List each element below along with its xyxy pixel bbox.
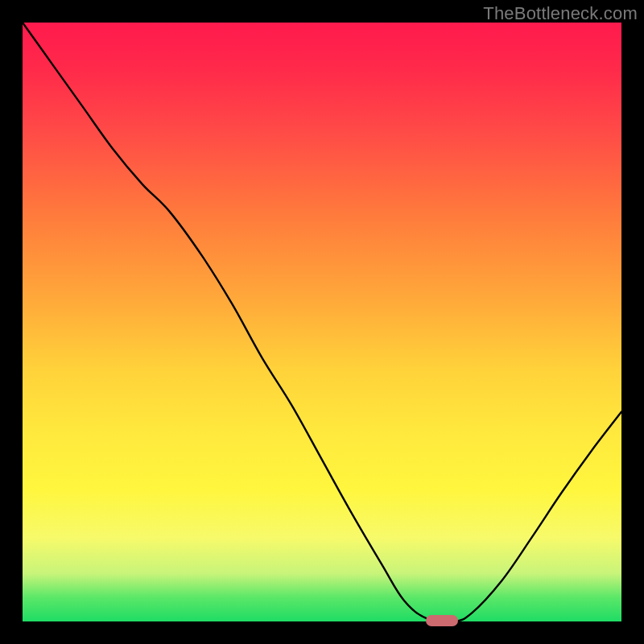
plot-area <box>23 23 621 621</box>
curve-path <box>23 23 621 622</box>
bottleneck-curve <box>23 23 621 621</box>
optimum-marker <box>426 615 458 626</box>
watermark-text: TheBottleneck.com <box>483 3 638 24</box>
chart-frame: TheBottleneck.com <box>0 0 644 644</box>
